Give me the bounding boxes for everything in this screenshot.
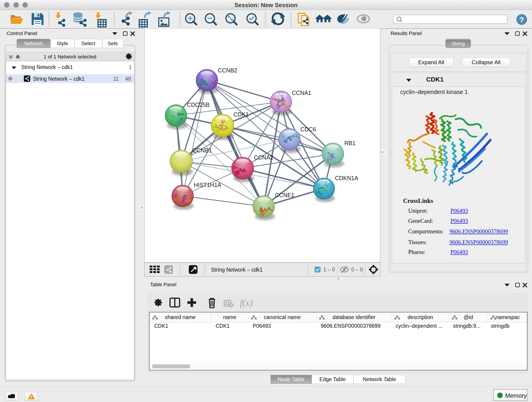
svg-text:CCNB2: CCNB2 [218,67,237,74]
svg-text:String Network – cdk1: String Network – cdk1 [211,267,263,273]
svg-text:0 – 0: 0 – 0 [351,267,363,273]
svg-text:CDC6: CDC6 [300,126,316,133]
svg-text:1 – 0: 1 – 0 [323,267,335,273]
svg-text:CCNA1: CCNA1 [292,89,311,96]
svg-text:CDKN1A: CDKN1A [335,175,358,181]
svg-text:CDC25B: CDC25B [187,102,210,108]
svg-text:CCNE1: CCNE1 [275,192,294,198]
svg-text:CCNA2: CCNA2 [254,154,273,161]
svg-text:HIST1H1A: HIST1H1A [194,182,221,188]
svg-text:CCNB1: CCNB1 [192,147,212,153]
svg-text:f(x): f(x) [240,298,253,308]
svg-text:CDK1: CDK1 [234,111,249,118]
svg-text:RB1: RB1 [344,140,355,146]
